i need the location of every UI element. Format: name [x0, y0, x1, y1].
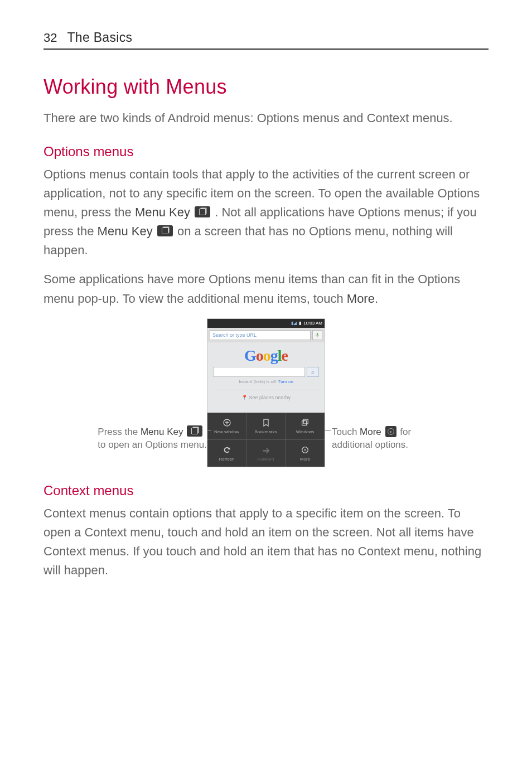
- option-windows[interactable]: Windows: [286, 413, 325, 440]
- connector-line-icon: [325, 430, 331, 431]
- fig-left-c: to open an Options menu.: [98, 439, 207, 450]
- options-menu-popup: New window Bookmarks Windows Refresh For…: [207, 413, 325, 467]
- google-search-input[interactable]: [213, 367, 305, 377]
- option-forward[interactable]: Forward: [246, 440, 286, 467]
- options-paragraph-2: Some applications have more Options menu…: [43, 270, 489, 308]
- google-search-row: ⌕: [207, 367, 325, 379]
- fig-left-b: Menu Key: [141, 427, 183, 437]
- option-more[interactable]: More: [286, 440, 325, 467]
- options-menus-heading: Options menus: [43, 144, 489, 159]
- menu-key-label-1: Menu Key: [135, 205, 190, 219]
- battery-icon: ▮: [299, 321, 301, 326]
- option-new-window[interactable]: New window: [207, 413, 246, 440]
- menu-key-icon: [195, 206, 210, 217]
- more-label: More: [347, 292, 375, 306]
- figure: Press the Menu Key to open an Options me…: [43, 318, 489, 467]
- svg-rect-2: [303, 419, 308, 424]
- instant-turn-on[interactable]: Turn on: [278, 379, 293, 384]
- section-name: The Basics: [67, 30, 132, 45]
- option-bookmarks[interactable]: Bookmarks: [246, 413, 286, 440]
- page-header: 32 The Basics: [43, 30, 489, 50]
- more-option-icon: [300, 445, 310, 455]
- intro-paragraph: There are two kinds of Android menus: Op…: [43, 109, 489, 127]
- menu-key-icon: [157, 225, 173, 236]
- connector-line-icon: [207, 430, 211, 431]
- options-p2-part-b: .: [375, 292, 378, 306]
- menu-key-icon: [187, 425, 202, 437]
- options-p2-part-a: Some applications have more Options menu…: [43, 272, 460, 305]
- page-title: Working with Menus: [43, 75, 489, 99]
- svg-rect-1: [302, 421, 307, 425]
- page-number: 32: [43, 31, 57, 45]
- refresh-icon: [222, 445, 232, 455]
- fig-right-b: More: [360, 427, 381, 437]
- figure-caption-right: Touch More for additional options.: [325, 318, 489, 467]
- status-bar: ▮◢ ▮ 10:03 AM: [207, 319, 325, 328]
- option-refresh[interactable]: Refresh: [207, 440, 246, 467]
- svg-point-4: [304, 449, 306, 451]
- context-paragraph: Context menus contain options that apply…: [43, 504, 489, 580]
- fig-right-d: additional options.: [332, 439, 408, 450]
- fig-left-a: Press the: [98, 427, 141, 437]
- google-logo: Google: [207, 342, 325, 367]
- phone-mock: ▮◢ ▮ 10:03 AM Search or type URL Google …: [207, 318, 325, 467]
- search-icon: ⌕: [311, 369, 315, 375]
- options-paragraph-1: Options menus contain tools that apply t…: [43, 165, 489, 260]
- more-icon: [385, 426, 396, 437]
- fig-right-c: for: [400, 427, 411, 437]
- pin-icon: 📍: [241, 395, 248, 400]
- opt-label: Refresh: [219, 457, 234, 462]
- places-nearby[interactable]: 📍 See places nearby: [212, 390, 320, 413]
- bookmark-icon: [261, 418, 271, 428]
- instant-text: Instant (beta) is off: Turn on: [207, 379, 325, 390]
- menu-key-label-2: Menu Key: [98, 224, 153, 238]
- signal-icon: ▮◢: [291, 321, 297, 326]
- fig-right-a: Touch: [332, 427, 360, 437]
- url-bar: Search or type URL: [207, 328, 325, 342]
- forward-icon: [261, 445, 271, 455]
- opt-label: New window: [214, 429, 239, 434]
- mic-icon[interactable]: [312, 330, 322, 340]
- opt-label: Bookmarks: [254, 429, 277, 434]
- opt-label: Windows: [296, 429, 314, 434]
- windows-icon: [300, 418, 310, 428]
- context-menus-heading: Context menus: [43, 483, 489, 498]
- places-label: See places nearby: [249, 395, 291, 400]
- status-time: 10:03 AM: [303, 321, 322, 326]
- figure-caption-left: Press the Menu Key to open an Options me…: [43, 318, 207, 467]
- opt-label: Forward: [258, 457, 274, 462]
- instant-a: Instant (beta) is off:: [239, 379, 278, 384]
- plus-icon: [222, 418, 232, 428]
- opt-label: More: [300, 457, 310, 462]
- search-button[interactable]: ⌕: [307, 367, 319, 377]
- url-input[interactable]: Search or type URL: [210, 330, 311, 340]
